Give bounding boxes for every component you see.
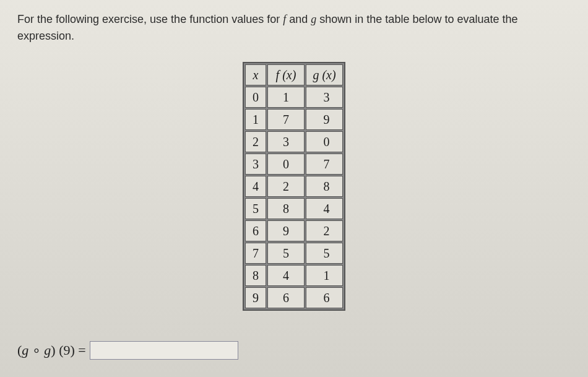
expr-close-arg: ) (9) [51, 342, 74, 358]
cell-gx: 7 [306, 154, 343, 175]
cell-x: 9 [245, 287, 266, 308]
instruction-g-symbol: g [311, 13, 316, 25]
table-row: 4 2 8 [245, 176, 343, 197]
expr-circ: ∘ [28, 342, 44, 358]
cell-fx: 9 [267, 220, 305, 241]
table-row: 5 8 4 [245, 198, 343, 219]
cell-fx: 5 [267, 243, 305, 264]
cell-fx: 4 [267, 265, 305, 286]
expression-label: (g ∘ g) (9) = [17, 342, 86, 358]
cell-x: 7 [245, 243, 266, 264]
cell-x: 2 [245, 131, 266, 152]
cell-fx: 3 [267, 131, 305, 152]
cell-fx: 6 [267, 287, 305, 308]
cell-gx: 5 [306, 243, 343, 264]
table-row: 1 7 9 [245, 109, 343, 130]
expr-g2: g [44, 342, 51, 358]
table-row: 7 5 5 [245, 243, 343, 264]
cell-gx: 6 [306, 287, 343, 308]
cell-x: 0 [245, 87, 266, 108]
header-fx: f (x) [267, 64, 305, 85]
answer-row: (g ∘ g) (9) = [17, 341, 238, 360]
expr-g1: g [22, 342, 28, 358]
instruction-mid: and [286, 13, 311, 25]
expr-equals: = [75, 342, 86, 358]
answer-input[interactable] [90, 341, 238, 360]
cell-x: 5 [245, 198, 266, 219]
cell-x: 8 [245, 265, 266, 286]
cell-x: 3 [245, 154, 266, 175]
cell-x: 4 [245, 176, 266, 197]
cell-fx: 8 [267, 198, 305, 219]
table-row: 0 1 3 [245, 87, 343, 108]
table-row: 2 3 0 [245, 131, 343, 152]
cell-fx: 2 [267, 176, 305, 197]
cell-x: 1 [245, 109, 266, 130]
cell-x: 6 [245, 220, 266, 241]
function-table: x f (x) g (x) 0 1 3 1 7 9 2 3 [243, 62, 345, 311]
table-row: 9 6 6 [245, 287, 343, 308]
table-row: 6 9 2 [245, 220, 343, 241]
header-x: x [245, 64, 266, 85]
cell-fx: 7 [267, 109, 305, 130]
instruction-text: For the following exercise, use the func… [17, 11, 571, 45]
cell-gx: 9 [306, 109, 343, 130]
instruction-pre: For the following exercise, use the func… [17, 13, 283, 25]
table-row: 3 0 7 [245, 154, 343, 175]
cell-gx: 0 [306, 131, 343, 152]
cell-fx: 0 [267, 154, 305, 175]
cell-gx: 4 [306, 198, 343, 219]
cell-gx: 2 [306, 220, 343, 241]
cell-gx: 1 [306, 265, 343, 286]
table-row: 8 4 1 [245, 265, 343, 286]
cell-gx: 3 [306, 87, 343, 108]
header-gx: g (x) [306, 64, 343, 85]
cell-gx: 8 [306, 176, 343, 197]
cell-fx: 1 [267, 87, 305, 108]
